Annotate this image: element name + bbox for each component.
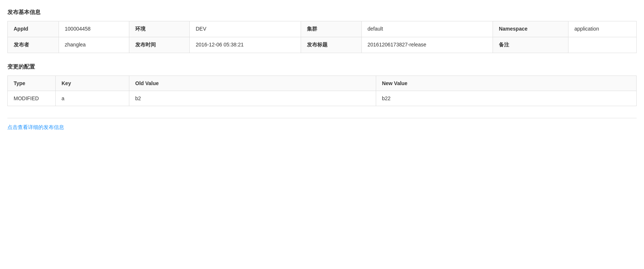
cell-old_value: b2 [129, 91, 376, 106]
cell-new_value: b22 [376, 91, 636, 106]
basic-info-title: 发布基本信息 [7, 9, 637, 16]
col-old-value-header: Old Value [129, 76, 376, 91]
env-value: DEV [190, 21, 301, 37]
publisher-value: zhanglea [59, 37, 129, 53]
appid-value: 100004458 [59, 21, 129, 37]
cluster-label: 集群 [301, 21, 361, 37]
release-title-value: 20161206173827-release [361, 37, 493, 53]
namespace-value: application [568, 21, 636, 37]
col-key-header: Key [56, 76, 129, 91]
release-time-value: 2016-12-06 05:38:21 [190, 37, 301, 53]
basic-info-section: 发布基本信息 AppId 100004458 环境 DEV 集群 default… [7, 9, 637, 53]
info-row-1: AppId 100004458 环境 DEV 集群 default Namesp… [8, 21, 637, 37]
release-title-label: 发布标题 [301, 37, 361, 53]
release-time-label: 发布时间 [129, 37, 190, 53]
col-new-value-header: New Value [376, 76, 636, 91]
appid-label: AppId [8, 21, 59, 37]
basic-info-table: AppId 100004458 环境 DEV 集群 default Namesp… [7, 21, 637, 53]
cell-type: MODIFIED [8, 91, 56, 106]
publisher-label: 发布者 [8, 37, 59, 53]
changes-title: 变更的配置 [7, 63, 637, 70]
changes-header-row: Type Key Old Value New Value [8, 76, 637, 91]
detail-link[interactable]: 点击查看详细的发布信息 [7, 124, 64, 130]
changes-section: 变更的配置 Type Key Old Value New Value MODIF… [7, 63, 637, 106]
cluster-value: default [361, 21, 493, 37]
info-row-2: 发布者 zhanglea 发布时间 2016-12-06 05:38:21 发布… [8, 37, 637, 53]
cell-key: a [56, 91, 129, 106]
col-type-header: Type [8, 76, 56, 91]
namespace-label: Namespace [493, 21, 568, 37]
table-row: MODIFIEDab2b22 [8, 91, 637, 106]
env-label: 环境 [129, 21, 190, 37]
changes-table: Type Key Old Value New Value MODIFIEDab2… [7, 76, 637, 106]
remark-label: 备注 [493, 37, 568, 53]
remark-value [568, 37, 636, 53]
divider [7, 118, 637, 118]
